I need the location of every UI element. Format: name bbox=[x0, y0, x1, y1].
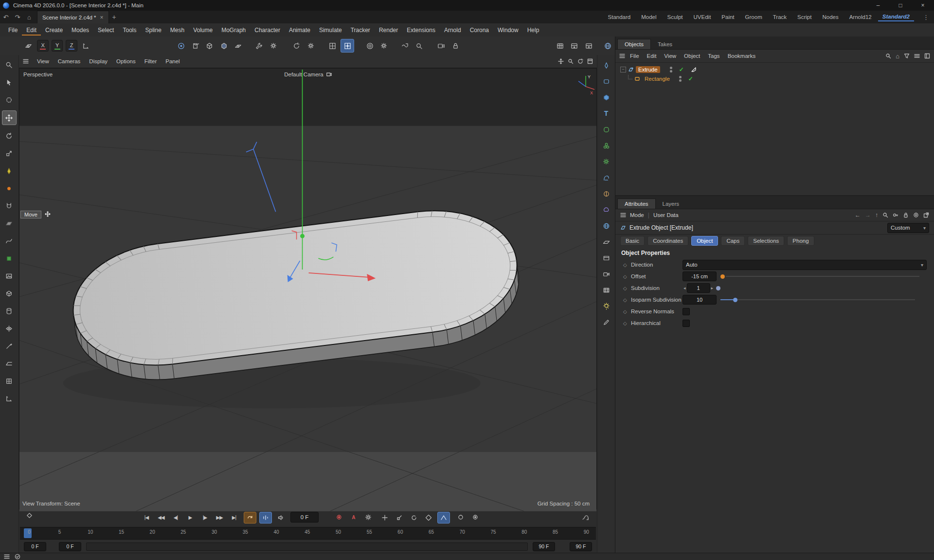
field-icon[interactable] bbox=[600, 187, 612, 200]
om-menu-item[interactable]: View bbox=[660, 52, 680, 60]
workplane-icon[interactable] bbox=[22, 39, 35, 52]
goto-start-button[interactable]: |◀ bbox=[141, 512, 152, 523]
isoparm-slider-handle[interactable] bbox=[733, 298, 737, 302]
menu-item[interactable]: Tools bbox=[118, 25, 141, 36]
keyframe-diamond-icon[interactable]: ◇ bbox=[623, 274, 631, 279]
menu-item[interactable]: Arnold bbox=[440, 25, 466, 36]
new-tab-button[interactable]: + bbox=[109, 13, 120, 21]
preset-dropdown[interactable]: Custom▾ bbox=[887, 223, 929, 233]
make-editable-icon[interactable] bbox=[189, 39, 201, 52]
layout-tab[interactable]: UVEdit bbox=[689, 13, 716, 21]
knife-tool-icon[interactable] bbox=[2, 339, 16, 353]
menu-item[interactable]: File bbox=[4, 25, 22, 36]
next-frame-button[interactable]: |▶ bbox=[199, 512, 211, 523]
coordinate-system-icon[interactable] bbox=[80, 39, 92, 52]
loop-start-field[interactable]: 0 F bbox=[24, 542, 46, 551]
isoparm-field[interactable]: 10 bbox=[683, 295, 717, 305]
menu-item[interactable]: Tracker bbox=[346, 25, 375, 36]
menu-item[interactable]: Edit bbox=[22, 25, 41, 36]
loop-mode-icon[interactable] bbox=[244, 512, 256, 524]
isoparm-track[interactable] bbox=[737, 299, 915, 300]
menu-item[interactable]: Help bbox=[523, 25, 544, 36]
layout-tab[interactable]: Sculpt bbox=[663, 13, 687, 21]
close-button[interactable]: × bbox=[912, 0, 934, 11]
viewport-menu-item[interactable]: Cameras bbox=[54, 57, 85, 66]
play-button[interactable]: ▶ bbox=[184, 512, 196, 523]
parent-up-icon[interactable]: ↑ bbox=[875, 212, 878, 218]
paint-selection-icon[interactable] bbox=[2, 93, 16, 107]
viewport-menu-item[interactable]: Filter bbox=[140, 57, 162, 66]
camera-icon[interactable] bbox=[600, 268, 612, 280]
viewport-menu-item[interactable]: Display bbox=[85, 57, 112, 66]
camera-menu-icon[interactable] bbox=[326, 72, 332, 77]
loop-end-field[interactable]: 90 F bbox=[570, 542, 592, 551]
key-position-icon[interactable] bbox=[379, 512, 391, 523]
enabled-check-icon[interactable]: ✓ bbox=[679, 66, 684, 73]
layout-tab[interactable]: Nodes bbox=[818, 13, 843, 21]
keyframe-diamond-icon[interactable]: ◇ bbox=[623, 262, 631, 268]
film-icon[interactable] bbox=[600, 284, 612, 296]
layout-tab[interactable]: Groom bbox=[741, 13, 767, 21]
visibility-dots[interactable] bbox=[670, 67, 672, 72]
solo-off-icon[interactable] bbox=[455, 512, 467, 523]
volume-builder-icon[interactable] bbox=[600, 203, 612, 216]
rotate-settings-gear-icon[interactable] bbox=[305, 39, 317, 52]
render-settings-icon[interactable] bbox=[378, 39, 390, 52]
keyframe-diamond-icon[interactable]: ◇ bbox=[623, 286, 631, 291]
motext-icon[interactable]: T bbox=[600, 107, 612, 120]
layout-tab[interactable]: Track bbox=[769, 13, 791, 21]
menu-item[interactable]: Window bbox=[493, 25, 523, 36]
menu-item[interactable]: Volume bbox=[189, 25, 217, 36]
current-frame-field[interactable]: 0 F bbox=[290, 512, 319, 523]
am-popout-icon[interactable] bbox=[923, 212, 929, 218]
mode-label[interactable]: Mode bbox=[630, 212, 644, 218]
cloner-icon[interactable] bbox=[600, 139, 612, 152]
direction-dropdown[interactable]: Auto▾ bbox=[683, 260, 927, 270]
modeling-pen-icon[interactable] bbox=[2, 164, 16, 178]
tool-settings-gear-icon[interactable] bbox=[268, 39, 280, 52]
menu-item[interactable]: Corona bbox=[466, 25, 493, 36]
layout-tab[interactable]: Script bbox=[793, 13, 816, 21]
subdivision-surface-icon[interactable] bbox=[600, 123, 612, 136]
om-menu-item[interactable]: Edit bbox=[643, 52, 661, 60]
section-tab[interactable]: Phong bbox=[787, 236, 814, 246]
next-key-button[interactable]: ▶▶ bbox=[214, 512, 225, 523]
undo-icon[interactable]: ↶ bbox=[0, 14, 12, 21]
section-tab[interactable]: Caps bbox=[721, 236, 745, 246]
layout-menu-icon[interactable]: ⋮ bbox=[918, 14, 934, 21]
offset-slider-track[interactable] bbox=[726, 276, 919, 277]
plane-tool-icon[interactable] bbox=[2, 357, 16, 370]
redo-icon[interactable]: ↷ bbox=[12, 14, 23, 21]
snapshot-save-icon[interactable] bbox=[568, 39, 580, 52]
key-pla-icon[interactable] bbox=[437, 512, 450, 524]
menu-item[interactable]: Animate bbox=[285, 25, 315, 36]
object-row-rectangle[interactable]: Rectangle ✓ bbox=[615, 74, 934, 83]
section-tab[interactable]: Object bbox=[691, 236, 718, 246]
keying-settings-gear-icon[interactable] bbox=[362, 512, 374, 523]
subdivision-field[interactable]: 1 bbox=[687, 283, 710, 293]
keyframe-diamond-icon[interactable]: ◇ bbox=[623, 309, 631, 314]
om-menu-item[interactable]: Object bbox=[680, 52, 704, 60]
view-dolly-icon[interactable] bbox=[568, 58, 574, 64]
range-slider[interactable] bbox=[86, 542, 528, 551]
attribute-tab[interactable]: Attributes bbox=[617, 199, 656, 209]
step-down-icon[interactable]: ◂ bbox=[683, 286, 687, 290]
hierarchical-checkbox[interactable] bbox=[683, 320, 690, 327]
image-plane-icon[interactable] bbox=[2, 269, 16, 283]
user-data-label[interactable]: User Data bbox=[653, 212, 679, 218]
lock-view-icon[interactable] bbox=[449, 39, 462, 52]
record-button[interactable] bbox=[333, 512, 345, 523]
subdivision-slider-handle[interactable] bbox=[716, 286, 720, 290]
model-mode-icon[interactable] bbox=[203, 39, 216, 52]
om-home-icon[interactable]: ⌂ bbox=[896, 53, 899, 60]
om-search-icon[interactable] bbox=[885, 53, 891, 59]
am-key-icon[interactable] bbox=[893, 212, 898, 218]
preview-end-field[interactable]: 90 F bbox=[533, 542, 555, 551]
view-maximize-icon[interactable] bbox=[587, 58, 593, 64]
key-parameter-icon[interactable] bbox=[423, 512, 434, 523]
axis-manager-icon[interactable] bbox=[2, 392, 16, 405]
visibility-dots[interactable] bbox=[679, 76, 682, 82]
quantize-grid-icon[interactable] bbox=[326, 39, 339, 52]
expand-toggle-icon[interactable]: – bbox=[620, 67, 626, 72]
magnet-tool-icon[interactable] bbox=[2, 199, 16, 213]
